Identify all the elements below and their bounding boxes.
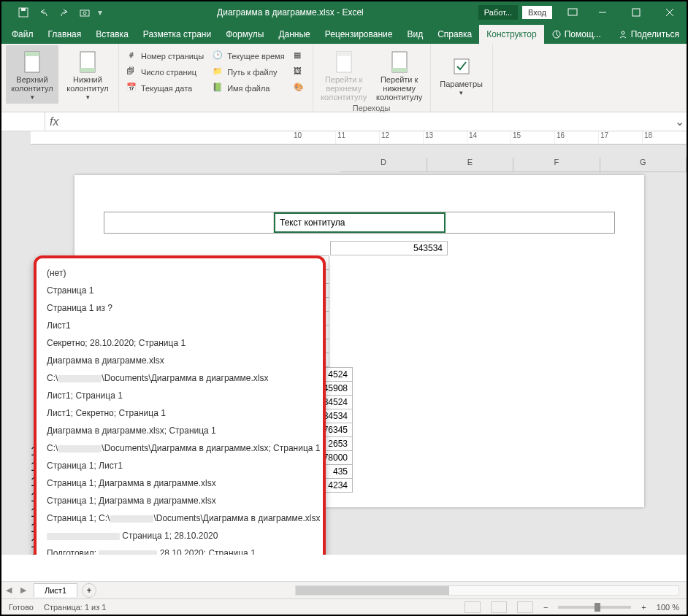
status-page: Страница: 1 из 1: [44, 603, 107, 612]
col-header[interactable]: E: [427, 158, 513, 172]
dropdown-item[interactable]: Страница 1; C:\\Documents\Диаграмма в ди…: [37, 509, 323, 527]
folder-icon: 📁: [213, 66, 224, 78]
tab-nav-next[interactable]: ▶: [16, 585, 31, 595]
page-number-button[interactable]: #️Номер страницы: [123, 48, 207, 64]
col-header[interactable]: F: [513, 158, 600, 172]
share-button[interactable]: Поделиться: [611, 25, 687, 44]
col-header[interactable]: G: [600, 158, 687, 172]
excel-icon: 📗: [213, 82, 224, 94]
mode-badge: Работ...: [478, 5, 518, 20]
sheet-name-button[interactable]: ▦: [291, 48, 308, 64]
dropdown-item[interactable]: Лист1; Секретно; Страница 1: [37, 404, 323, 422]
undo-icon[interactable]: [37, 5, 51, 20]
svg-rect-14: [25, 52, 39, 56]
goto-bottom-header-button[interactable]: Перейти к нижнему колонтитулу: [373, 45, 426, 104]
page-down-icon: [388, 50, 411, 74]
dropdown-item[interactable]: (нет): [37, 264, 323, 282]
camera-icon[interactable]: [77, 5, 92, 20]
cell[interactable]: 543534: [331, 242, 448, 255]
dropdown-item[interactable]: C:\\Documents\Диаграмма в диаграмме.xlsx: [37, 369, 323, 387]
dropdown-item[interactable]: Страница 1; 28.10.2020: [37, 527, 323, 544]
title-bar: ▾ Диаграмма в диаграмме.xlsx - Excel Раб…: [1, 1, 687, 23]
dropdown-item[interactable]: Лист1; Страница 1: [37, 387, 323, 404]
file-name-button[interactable]: 📗Имя файла: [210, 80, 287, 96]
picture-icon: 🖼: [294, 66, 305, 78]
current-date-button[interactable]: 📅Текущая дата: [123, 80, 207, 96]
page-count-button[interactable]: 🗐Число страниц: [123, 64, 207, 80]
redo-icon[interactable]: [57, 5, 72, 20]
col-header[interactable]: D: [340, 158, 427, 172]
sheet-tab[interactable]: Лист1: [34, 583, 77, 597]
header-bottom-button[interactable]: Нижний колонтитул▾: [61, 45, 114, 104]
dropdown-item[interactable]: Страница 1: [37, 282, 323, 299]
clock-icon: 🕒: [213, 50, 224, 62]
minimize-button[interactable]: [586, 1, 619, 23]
zoom-out-button[interactable]: −: [543, 603, 548, 612]
header-left-cell[interactable]: [104, 212, 274, 233]
name-box[interactable]: [1, 112, 45, 131]
dropdown-item[interactable]: Подготовил: 28.10.2020; Страница 1: [37, 544, 323, 555]
tab-insert[interactable]: Вставка: [88, 25, 136, 44]
tab-nav-prev[interactable]: ◀: [1, 585, 16, 595]
tab-formulas[interactable]: Формулы: [218, 25, 271, 44]
tell-me[interactable]: Помощ...: [544, 25, 608, 44]
formula-bar: fx ⌄: [1, 112, 687, 131]
current-time-button[interactable]: 🕒Текущее время: [210, 48, 287, 64]
close-button[interactable]: [653, 1, 687, 23]
tab-layout[interactable]: Разметка страни: [136, 25, 218, 44]
picture-button[interactable]: 🖼: [291, 64, 308, 80]
svg-line-11: [557, 34, 559, 36]
view-normal-icon[interactable]: [465, 601, 481, 613]
status-ready: Готово: [9, 603, 34, 612]
header-top-button[interactable]: Верхний колонтитул▾: [6, 45, 58, 104]
signin-button[interactable]: Вход: [522, 6, 552, 19]
page-icon: [76, 50, 99, 74]
page-up-icon: [332, 50, 356, 74]
header-presets-dropdown: (нет)Страница 1Страница 1 из ?Лист1 Секр…: [34, 255, 326, 555]
dropdown-item[interactable]: Страница 1; Лист1: [37, 457, 323, 474]
dropdown-item[interactable]: Секретно; 28.10.2020; Страница 1: [37, 334, 323, 352]
header-center-cell[interactable]: Текст контитула: [274, 212, 446, 233]
status-bar: Готово Страница: 1 из 1 − + 100 %: [1, 598, 687, 615]
checkbox-icon: [450, 55, 473, 78]
window-title: Диаграмма в диаграмме.xlsx - Excel: [102, 7, 478, 18]
worksheet-area: 101112131415161718 D E F G Текст контиту…: [1, 131, 687, 555]
svg-rect-6: [632, 9, 640, 16]
fx-icon[interactable]: fx: [45, 115, 63, 128]
ribbon-display-icon[interactable]: [567, 7, 578, 18]
file-path-button[interactable]: 📁Путь к файлу: [210, 64, 287, 80]
format-picture-button: 🎨: [291, 80, 308, 96]
horizontal-scrollbar[interactable]: [295, 585, 679, 596]
dropdown-item[interactable]: Страница 1 из ?: [37, 299, 323, 317]
pages-icon: 🗐: [126, 66, 138, 78]
dropdown-item[interactable]: Диаграмма в диаграмме.xlsx: [37, 352, 323, 369]
dropdown-item[interactable]: Лист1: [37, 317, 323, 334]
header-right-cell[interactable]: [446, 212, 614, 233]
zoom-in-button[interactable]: +: [641, 603, 646, 612]
maximize-button[interactable]: [619, 1, 653, 23]
tab-designer[interactable]: Конструктор: [479, 25, 543, 44]
dropdown-item[interactable]: Страница 1; Диаграмма в диаграмме.xlsx: [37, 492, 323, 509]
dropdown-item[interactable]: Страница 1; Диаграмма в диаграмме.xlsx: [37, 474, 323, 492]
add-sheet-button[interactable]: +: [82, 583, 96, 598]
view-page-layout-icon[interactable]: [491, 601, 507, 613]
expand-formula-icon[interactable]: ⌄: [672, 115, 687, 128]
view-page-break-icon[interactable]: [517, 601, 533, 613]
dropdown-item[interactable]: Диаграмма в диаграмме.xlsx; Страница 1: [37, 422, 323, 439]
parameters-button[interactable]: Параметры▾: [435, 45, 488, 104]
tab-file[interactable]: Файл: [4, 25, 41, 44]
tab-review[interactable]: Рецензирование: [318, 25, 400, 44]
dropdown-item[interactable]: C:\\Documents\Диаграмма в диаграмме.xlsx…: [37, 439, 323, 457]
format-picture-icon: 🎨: [294, 82, 305, 94]
page-icon: [20, 50, 44, 74]
save-icon[interactable]: [16, 5, 31, 20]
zoom-level: 100 %: [657, 603, 679, 612]
tab-home[interactable]: Главная: [41, 25, 89, 44]
tab-view[interactable]: Вид: [400, 25, 430, 44]
tab-data[interactable]: Данные: [271, 25, 317, 44]
data-grid[interactable]: 543534: [330, 241, 448, 255]
zoom-slider[interactable]: [558, 606, 631, 609]
svg-point-3: [83, 12, 86, 15]
tab-help[interactable]: Справка: [430, 25, 479, 44]
calendar-icon: 📅: [126, 82, 138, 94]
